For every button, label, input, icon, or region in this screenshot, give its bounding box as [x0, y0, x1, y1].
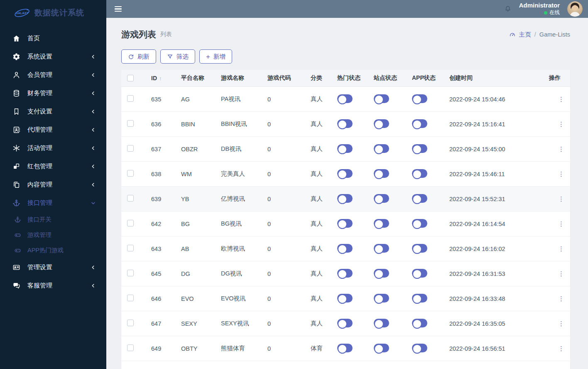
user-avatar[interactable]: [567, 1, 583, 17]
cell-category: 真人: [307, 295, 334, 303]
row-checkbox[interactable]: [127, 170, 134, 177]
row-checkbox[interactable]: [127, 320, 134, 326]
cell-created: 2022-09-24 15:04:46: [446, 96, 546, 103]
site-status-toggle[interactable]: [374, 144, 389, 153]
hot-status-toggle[interactable]: [337, 169, 353, 178]
site-status-toggle[interactable]: [374, 294, 389, 303]
row-actions-menu-button[interactable]: ⋮: [556, 219, 567, 229]
actions-cell: ⋮: [546, 295, 570, 302]
site-status-toggle[interactable]: [374, 94, 389, 103]
row-checkbox[interactable]: [127, 220, 134, 226]
app-status-toggle[interactable]: [412, 194, 427, 203]
app-status-toggle[interactable]: [412, 244, 427, 253]
hot-status-toggle[interactable]: [337, 319, 353, 327]
sidebar-toggle-icon[interactable]: [115, 6, 122, 12]
main-area: Administrator 在线: [106, 0, 588, 369]
cell-created: 2022-09-24 15:45:00: [446, 146, 546, 153]
row-checkbox[interactable]: [127, 195, 134, 202]
app-status-toggle[interactable]: [412, 344, 427, 352]
sidebar-item-bookmark-4[interactable]: 支付设置: [0, 102, 106, 121]
hot-status-cell: [334, 294, 370, 304]
select-all-checkbox[interactable]: [127, 75, 134, 81]
sidebar-item-user-2[interactable]: 会员管理: [0, 66, 106, 84]
sidebar-item-gears-1[interactable]: 系统设置: [0, 47, 106, 66]
site-status-toggle[interactable]: [374, 344, 389, 352]
hot-status-cell: [334, 94, 370, 104]
row-actions-menu-button[interactable]: ⋮: [556, 268, 567, 279]
row-actions-menu-button[interactable]: ⋮: [556, 94, 567, 104]
row-actions-menu-button[interactable]: ⋮: [556, 144, 567, 154]
app-status-toggle[interactable]: [412, 269, 427, 278]
row-checkbox[interactable]: [127, 145, 134, 152]
row-actions-menu-button[interactable]: ⋮: [556, 293, 567, 304]
row-checkbox[interactable]: [127, 95, 134, 102]
site-status-toggle[interactable]: [374, 319, 389, 327]
row-actions-menu-button[interactable]: ⋮: [556, 119, 567, 129]
site-status-toggle[interactable]: [374, 244, 389, 253]
sidebar-subitem-label: 游戏管理: [27, 231, 51, 239]
row-checkbox[interactable]: [127, 344, 134, 351]
cell-created: 2022-09-24 16:31:53: [446, 271, 546, 277]
app-status-toggle[interactable]: [412, 169, 427, 178]
table-row: 645DGDG视讯0真人2022-09-24 16:31:53⋮: [121, 261, 570, 286]
app-status-toggle[interactable]: [412, 319, 427, 327]
hot-status-toggle[interactable]: [337, 119, 353, 128]
table-row: 642BGBG视讯0真人2022-09-24 16:14:54⋮: [121, 212, 570, 236]
hot-status-toggle[interactable]: [337, 144, 353, 153]
sidebar-item-comments-11[interactable]: 客服管理: [0, 276, 106, 295]
refresh-button[interactable]: 刷新: [121, 49, 156, 64]
row-checkbox[interactable]: [127, 120, 134, 127]
filter-button[interactable]: 筛选: [160, 49, 195, 64]
sidebar-item-copy-8[interactable]: 内容管理: [0, 175, 106, 194]
notifications-bell-icon[interactable]: [504, 5, 512, 13]
sidebar-subitem-2[interactable]: APP热门游戏: [0, 243, 106, 258]
app-status-toggle[interactable]: [412, 94, 427, 103]
breadcrumb-home-link[interactable]: 主页: [519, 31, 531, 39]
row-checkbox[interactable]: [127, 245, 134, 251]
hot-status-toggle[interactable]: [337, 294, 353, 303]
svg-text:GALAXY: GALAXY: [16, 11, 29, 15]
cell-platform: AB: [178, 246, 218, 252]
hot-status-toggle[interactable]: [337, 219, 353, 228]
cell-created: 2022-09-24 16:14:54: [446, 221, 546, 227]
sidebar-item-address-book-5[interactable]: 代理管理: [0, 121, 106, 139]
sidebar-item-home-0[interactable]: 首页: [0, 29, 106, 47]
app-status-toggle[interactable]: [412, 144, 427, 153]
col-header-actions: 操作: [546, 74, 570, 82]
sidebar-item-anchor-9[interactable]: 接口管理: [0, 194, 106, 212]
app-status-toggle[interactable]: [412, 119, 427, 128]
hot-status-toggle[interactable]: [337, 244, 353, 253]
row-actions-menu-button[interactable]: ⋮: [556, 244, 567, 254]
col-header-id[interactable]: ID ↑: [148, 75, 178, 81]
row-checkbox[interactable]: [127, 270, 134, 276]
page-head: 游戏列表 列表 主页 / Game-Lists: [121, 29, 570, 40]
sidebar-item-id-card-10[interactable]: 管理设置: [0, 258, 106, 276]
sidebar-item-database-3[interactable]: 财务管理: [0, 84, 106, 102]
site-status-toggle[interactable]: [374, 194, 389, 203]
add-button[interactable]: + 新增: [199, 49, 232, 64]
chevron-left-icon: [89, 127, 97, 133]
cell-game: BG视讯: [218, 220, 264, 228]
sidebar-subitem-1[interactable]: 游戏管理: [0, 227, 106, 243]
site-status-toggle[interactable]: [374, 269, 389, 278]
row-actions-menu-button[interactable]: ⋮: [556, 318, 567, 329]
site-status-toggle[interactable]: [374, 169, 389, 178]
sidebar-item-cubes-7[interactable]: 红包管理: [0, 157, 106, 175]
hot-status-toggle[interactable]: [337, 269, 353, 278]
row-checkbox[interactable]: [127, 295, 134, 301]
row-actions-menu-button[interactable]: ⋮: [556, 169, 567, 179]
site-status-toggle[interactable]: [374, 219, 389, 228]
row-actions-menu-button[interactable]: ⋮: [556, 194, 567, 204]
app-status-cell: [409, 269, 446, 279]
row-select-cell: [121, 170, 148, 178]
app-status-toggle[interactable]: [412, 219, 427, 228]
hot-status-toggle[interactable]: [337, 344, 353, 352]
sidebar-item-asterisk-6[interactable]: 活动管理: [0, 139, 106, 157]
hot-status-toggle[interactable]: [337, 194, 353, 203]
actions-cell: ⋮: [546, 171, 570, 177]
sidebar-subitem-0[interactable]: 接口开关: [0, 212, 106, 227]
app-status-toggle[interactable]: [412, 294, 427, 303]
row-actions-menu-button[interactable]: ⋮: [556, 343, 567, 354]
site-status-toggle[interactable]: [374, 119, 389, 128]
hot-status-toggle[interactable]: [337, 94, 353, 103]
